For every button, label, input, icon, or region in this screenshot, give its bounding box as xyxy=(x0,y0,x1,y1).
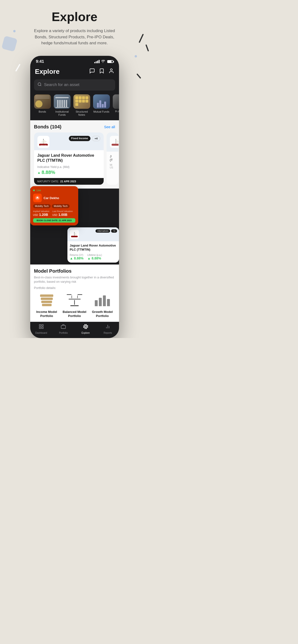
vanguard-logo: VANGUARD xyxy=(37,136,49,148)
balanced-portfolio-card[interactable]: Balanced Model Portfolio xyxy=(62,292,87,318)
maturity-bar: MATURITY DATE: 21 APR 2023 xyxy=(34,178,104,185)
yield-label: Indicative Yield p.a. (Mid) xyxy=(37,165,100,169)
bottom-navigation: Dashboard Portfolio xyxy=(30,322,119,338)
mini-badge-alternatives: Alternatives xyxy=(95,229,110,233)
yield-arrow: ▲ xyxy=(37,170,41,174)
reports-icon xyxy=(105,324,110,330)
live-label: Live xyxy=(37,189,41,192)
svg-line-2 xyxy=(40,85,41,86)
app-header: Explore xyxy=(30,66,119,79)
balanced-portfolio-name: Balanced Model Portfolio xyxy=(62,310,87,318)
categories-scroll: Bonds xyxy=(30,94,119,120)
portfolios-subtitle: Best-in-class investments brought togeth… xyxy=(34,275,115,284)
lifetime-label: Lifetime (p.a.) xyxy=(87,254,102,256)
chat-icon[interactable] xyxy=(89,68,95,75)
portfolios-section: Model Portfolios Best-in-class investmen… xyxy=(30,264,119,322)
maturity-date: 21 APR 2023 xyxy=(60,180,76,183)
svg-text:VANGUARD: VANGUARD xyxy=(40,144,47,146)
growth-portfolio-icon xyxy=(95,292,110,308)
hero-section: Explore Explore a variety of products in… xyxy=(0,0,149,51)
mini-card-name: Jaguar Land Rover Automotive PLC (TTMTIN… xyxy=(70,244,117,252)
bonds-section-title: Bonds (104) xyxy=(34,124,61,130)
lifetime-value: ▲ 8.88% xyxy=(87,256,102,260)
svg-rect-17 xyxy=(39,327,41,328)
mini-returns-row: Returns (1Y) ▲ 8.88% Lifetime (p.a.) ▲ 8… xyxy=(70,254,117,260)
tag-mobility-1: Mobility Tech xyxy=(33,204,51,208)
search-placeholder: Search for an asset xyxy=(44,82,79,87)
balanced-portfolio-icon xyxy=(67,292,82,308)
search-bar[interactable]: Search for an asset xyxy=(34,79,115,90)
nav-dashboard[interactable]: Dashboard xyxy=(30,324,53,334)
growth-portfolio-name: Growth Model Portfolio xyxy=(90,310,115,318)
live-dot xyxy=(33,190,35,191)
hero-title: Explore xyxy=(7,10,142,24)
status-bar: 9:41 xyxy=(30,56,119,66)
portfolio-details-label: Portfolio details: xyxy=(34,286,115,290)
dashboard-label: Dashboard xyxy=(35,332,47,334)
growth-portfolio-card[interactable]: Growth Model Portfolio xyxy=(90,292,115,318)
valuation-row: Implied Valuation USD 1.20B Last Round V… xyxy=(33,210,75,217)
returns-1y-value: ▲ 8.88% xyxy=(70,256,83,260)
explore-label: Explore xyxy=(82,332,90,334)
bookmark-icon[interactable] xyxy=(99,68,105,75)
portfolio-cards: Income Model Portfolio xyxy=(34,292,115,318)
category-institutional[interactable]: Institutional Funds xyxy=(54,94,71,116)
svg-marker-5 xyxy=(43,140,47,144)
bond-card-body: Jaguar Land Rover Automotive PLC (TTMTIN… xyxy=(34,150,104,178)
category-structured-label: Structured Notes xyxy=(73,110,90,116)
nav-reports[interactable]: Reports xyxy=(97,324,119,334)
svg-marker-6 xyxy=(41,140,43,144)
nav-explore[interactable]: Explore xyxy=(75,324,97,334)
mini-badge-count: +4 xyxy=(111,229,117,233)
svg-rect-16 xyxy=(42,325,43,326)
badge-fixed-income: Fixed Income xyxy=(69,136,90,141)
vanguard-mini-card[interactable]: Alternatives +4 Jaguar Land Rover Automo… xyxy=(67,227,119,262)
svg-rect-15 xyxy=(39,325,41,326)
battery-icon xyxy=(107,60,113,63)
category-pre-ipo[interactable]: Pr A xyxy=(113,94,119,116)
mini-card-badges: Alternatives +4 xyxy=(95,229,117,233)
wifi-icon xyxy=(101,60,105,64)
bond-card-header: VANGUARD Fixed Income +4 xyxy=(34,132,104,150)
bond-card-2[interactable]: V J(T MiUS xyxy=(106,132,118,185)
phone-mockup: 9:41 Explore xyxy=(30,56,119,338)
income-portfolio-card[interactable]: Income Model Portfolio xyxy=(34,292,60,318)
search-icon xyxy=(37,82,42,88)
income-portfolio-name: Income Model Portfolio xyxy=(34,310,60,318)
app-title: Explore xyxy=(35,68,60,76)
cardekho-name: Car Dekho xyxy=(44,196,59,200)
svg-rect-8 xyxy=(112,144,118,146)
bar-chart-icon xyxy=(95,294,110,306)
mini-vanguard-logo xyxy=(70,230,79,239)
category-pre-ipo-label: Pr A xyxy=(115,110,119,113)
maturity-prefix: MATURITY DATE: xyxy=(37,180,59,183)
category-institutional-label: Institutional Funds xyxy=(54,110,71,116)
bond-card[interactable]: VANGUARD Fixed Income +4 Jaguar Land Rov… xyxy=(34,132,104,185)
svg-rect-18 xyxy=(42,327,43,328)
svg-marker-10 xyxy=(116,140,118,144)
category-bonds[interactable]: Bonds xyxy=(34,94,51,116)
bond-name: Jaguar Land Rover Automotive PLC (TTMTIN… xyxy=(37,153,100,163)
person-icon[interactable] xyxy=(108,68,114,75)
category-bonds-label: Bonds xyxy=(39,110,46,113)
yield-value: ▲ 8.88% xyxy=(37,170,100,175)
implied-valuation: Implied Valuation USD 1.20B xyxy=(33,210,49,217)
header-icons xyxy=(89,68,114,75)
balance-scale-icon xyxy=(67,294,82,306)
category-mutual[interactable]: Mutual Funds xyxy=(93,94,110,116)
portfolio-icon xyxy=(61,324,66,330)
cardekho-card[interactable]: Live Car Dekho Mobility Tech Mobility Te… xyxy=(30,186,78,226)
svg-point-1 xyxy=(38,83,41,86)
portfolio-label: Portfolio xyxy=(59,332,68,334)
category-structured[interactable]: Structured Notes xyxy=(73,94,90,116)
mini-card-header: Alternatives +4 xyxy=(67,227,119,241)
mini-card-body: Jaguar Land Rover Automotive PLC (TTMTIN… xyxy=(67,241,119,262)
see-all-button[interactable]: See all xyxy=(104,125,115,129)
content-area: Bonds (104) See all xyxy=(30,120,119,338)
vanguard-logo-2 xyxy=(110,136,118,148)
badge-count: +4 xyxy=(92,136,100,141)
svg-marker-14 xyxy=(74,233,77,236)
bonds-scroll: VANGUARD Fixed Income +4 Jaguar Land Rov… xyxy=(30,132,119,189)
nav-portfolio[interactable]: Portfolio xyxy=(52,324,75,334)
svg-rect-19 xyxy=(61,326,66,329)
